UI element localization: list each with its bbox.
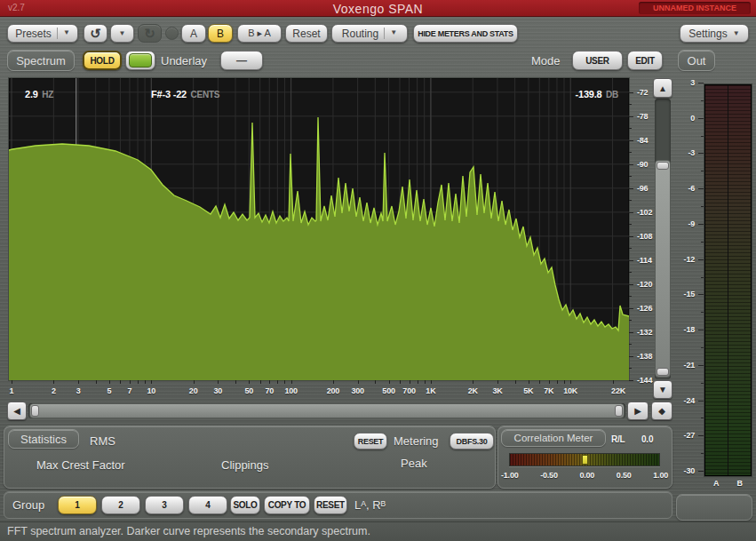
reset-stats-button[interactable]: RESET [354, 433, 387, 450]
scroll-right-button[interactable]: ▶ [627, 402, 649, 420]
routing-button[interactable]: Routing ▼ [331, 24, 408, 43]
a-label: A [190, 28, 197, 40]
correlation-scale-label: 0.50 [617, 471, 632, 480]
group-channels-label: Lᴬ, Rᴮ [354, 498, 386, 512]
db-scale-label: -138 [637, 352, 652, 361]
hold-button[interactable]: HOLD [83, 51, 122, 70]
status-text: FFT spectrum analyzer. Darker curve repr… [7, 525, 370, 537]
routing-dropdown[interactable]: ▼ [384, 28, 397, 39]
reset-label: Reset [292, 28, 320, 40]
freq-tick [613, 380, 614, 384]
scroll-left-button[interactable]: ◀ [7, 402, 27, 420]
copy-to-label: COPY TO [268, 500, 306, 510]
correlation-meter-bar [509, 453, 660, 466]
freq-scale-label: 3 [76, 386, 81, 395]
out-tick-minor [701, 136, 704, 137]
out-scale-label: -27 [684, 431, 695, 440]
statistics-tab[interactable]: Statistics [8, 429, 79, 449]
reset-ab-button[interactable]: Reset [285, 24, 328, 43]
title-bar: v2.7 Voxengo SPAN UNNAMED INSTANCE [0, 0, 756, 17]
presets-dropdown[interactable]: ▼ [57, 28, 70, 39]
mode-edit-button[interactable]: EDIT [627, 51, 663, 70]
freq-tick [96, 380, 97, 384]
out-tick [698, 118, 704, 119]
cursor-level-readout: -139.8 DB [576, 85, 619, 101]
scroll-down-button[interactable]: ▼ [653, 380, 672, 399]
history-dropdown-button[interactable]: ▼ [110, 24, 134, 43]
out-tick [698, 365, 704, 366]
out-tick [698, 188, 704, 189]
chevron-down-icon: ▼ [119, 30, 126, 37]
out-channel-labels: A B [704, 479, 752, 488]
correlation-scale-label: -1.00 [501, 471, 519, 480]
ab-a-button[interactable]: A [181, 24, 206, 43]
v-scrollbar-thumb[interactable] [655, 160, 671, 378]
spectrum-tab[interactable]: Spectrum [7, 50, 75, 71]
freq-scale-label: 30 [214, 386, 223, 395]
out-tick [698, 83, 704, 84]
group-button-2[interactable]: 2 [101, 496, 140, 514]
undo-icon: ↺ [90, 27, 101, 40]
out-scale-label: -3 [688, 148, 695, 157]
group-button-3[interactable]: 3 [145, 496, 184, 514]
freq-scale-label: 50 [244, 386, 253, 395]
undo-button[interactable]: ↺ [84, 24, 107, 43]
freq-scale-label: 10K [563, 386, 577, 395]
scroll-up-button[interactable]: ▲ [653, 78, 672, 98]
out-tick-minor [701, 242, 704, 243]
mode-user-button[interactable]: USER [572, 51, 623, 70]
freq-tick [389, 380, 390, 384]
b-to-a-button[interactable]: B ▸ A [237, 24, 282, 43]
freq-unit: HZ [42, 90, 53, 99]
freq-tick [235, 380, 236, 384]
db-tick [629, 236, 633, 237]
edit-label: EDIT [635, 56, 655, 66]
copy-to-button[interactable]: COPY TO [264, 496, 310, 514]
presets-button[interactable]: Presets ▼ [7, 24, 78, 43]
out-tab[interactable]: Out [678, 50, 715, 71]
solo-label: SOLO [233, 500, 257, 510]
correlation-value: 0.0 [641, 434, 653, 444]
session-led [165, 27, 179, 40]
db-tick [629, 116, 633, 117]
level-value: -139.8 [576, 89, 602, 99]
underlay-value-button[interactable]: — [220, 51, 263, 70]
freq-tick [539, 380, 540, 384]
zoom-corner-button[interactable]: ◆ [651, 402, 672, 420]
freq-scale-label: 7K [544, 386, 553, 395]
freq-tick [425, 380, 426, 384]
hide-meters-button[interactable]: HIDE METERS AND STATS [413, 24, 518, 43]
underlay-label: Underlay [161, 54, 207, 68]
out-tick [698, 294, 704, 295]
group-button-label: 3 [162, 500, 166, 510]
freq-tick [497, 380, 498, 384]
metering-mode-button[interactable]: DBFS.30 [450, 433, 494, 450]
correlation-scale-label: -0.50 [540, 471, 558, 480]
spectrum-display[interactable]: 2.9 HZ F#-3 -22 CENTS -139.8 DB [9, 78, 629, 380]
freq-scale-label: 300 [351, 386, 363, 395]
thumb-cap [657, 162, 669, 170]
ab-b-button[interactable]: B [208, 24, 233, 43]
rms-label: RMS [90, 434, 115, 448]
cursor-freq-readout: 2.9 HZ [25, 85, 53, 101]
frequency-scale: 1235710203050701002003005007001K2K3K5K7K… [9, 380, 631, 400]
db-scale: -72-78-84-90-96-102-108-114-120-126-132-… [629, 78, 653, 391]
solo-button[interactable]: SOLO [230, 496, 260, 514]
db-scale-label: -78 [637, 112, 648, 121]
correlation-scale-label: 1.00 [653, 471, 668, 480]
hide-meters-label: HIDE METERS AND STATS [418, 29, 513, 38]
freq-tick [284, 380, 285, 384]
reset-group-button[interactable]: RESET [314, 496, 347, 514]
settings-button[interactable]: Settings ▼ [680, 24, 749, 43]
group-button-1[interactable]: 1 [58, 496, 97, 514]
out-tick-minor [701, 277, 704, 278]
out-tab-label: Out [688, 54, 706, 68]
arrow-right-icon: ▶ [634, 406, 641, 416]
correlation-indicator [582, 455, 588, 465]
out-scale-label: -30 [684, 466, 695, 475]
group-label: Group [12, 498, 44, 512]
h-scrollbar-thumb[interactable] [29, 403, 625, 418]
instance-name-button[interactable]: UNNAMED INSTANCE [639, 2, 751, 14]
group-button-4[interactable]: 4 [188, 496, 227, 514]
underlay-led-button[interactable] [125, 51, 155, 70]
